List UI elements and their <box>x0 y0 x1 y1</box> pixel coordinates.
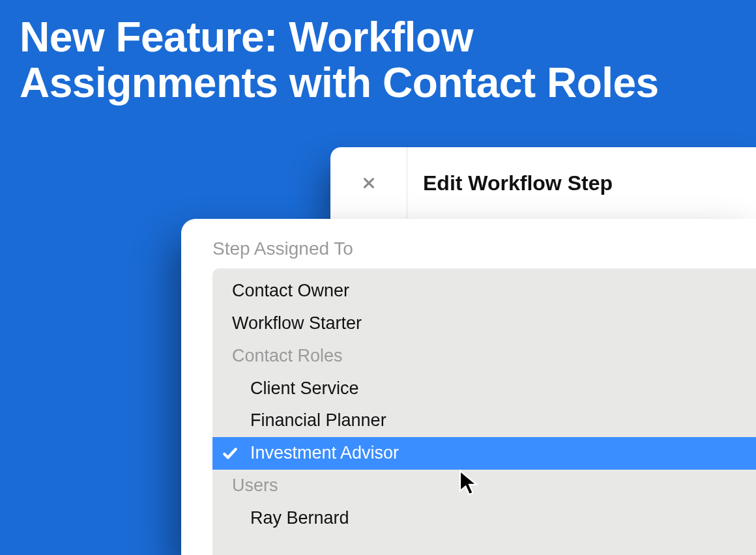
group-users: Users <box>212 470 756 502</box>
modal-header: Edit Workflow Step <box>330 147 756 219</box>
option-investment-advisor-label: Investment Advisor <box>250 443 399 462</box>
group-contact-roles: Contact Roles <box>212 340 756 373</box>
dropdown-list[interactable]: Contact Owner Workflow Starter Contact R… <box>212 268 756 555</box>
modal-title: Edit Workflow Step <box>407 171 613 195</box>
option-client-service[interactable]: Client Service <box>212 373 756 405</box>
check-icon <box>222 445 239 462</box>
dropdown-card: Step Assigned To Contact Owner Workflow … <box>181 219 756 555</box>
option-contact-owner[interactable]: Contact Owner <box>212 275 756 307</box>
close-icon <box>362 176 376 190</box>
option-workflow-starter[interactable]: Workflow Starter <box>212 307 756 340</box>
close-button[interactable] <box>330 147 407 219</box>
field-label: Step Assigned To <box>212 238 756 259</box>
hero-title: New Feature: Workflow Assignments with C… <box>0 0 717 106</box>
option-ray-bernard[interactable]: Ray Bernard <box>212 502 756 535</box>
option-investment-advisor[interactable]: Investment Advisor <box>212 437 756 470</box>
option-financial-planner[interactable]: Financial Planner <box>212 405 756 437</box>
